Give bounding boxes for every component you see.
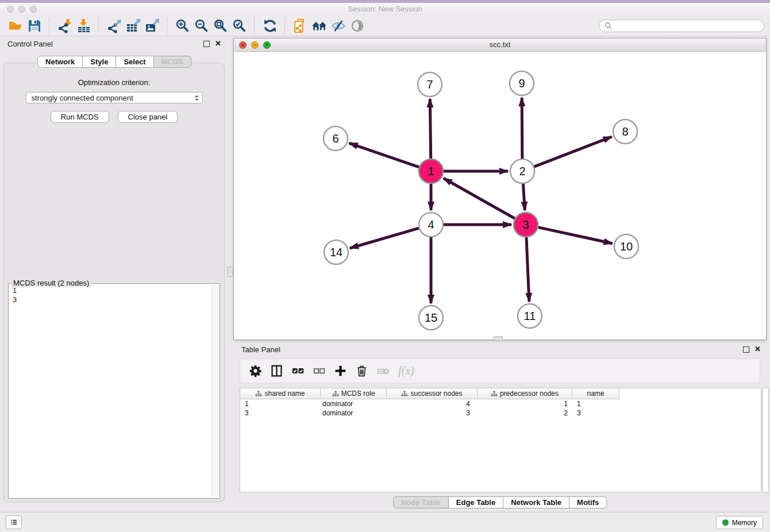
graph-node-3[interactable]: 3 xyxy=(514,213,538,237)
float-panel-icon[interactable] xyxy=(743,346,749,353)
table-row[interactable]: 1dominator411 xyxy=(240,399,761,408)
tab-motifs[interactable]: Motifs xyxy=(569,496,607,508)
table-cell[interactable]: 4 xyxy=(387,400,478,408)
table-cell[interactable]: 3 xyxy=(572,409,619,417)
table-cell[interactable]: 1 xyxy=(240,400,321,408)
graph-edge-3-11[interactable] xyxy=(526,237,529,302)
add-row-icon[interactable] xyxy=(330,361,351,381)
graph-edge-3-1[interactable] xyxy=(444,178,515,218)
table-cell[interactable]: 1 xyxy=(572,400,619,408)
graph-edge-2-9[interactable] xyxy=(522,98,522,159)
save-icon[interactable] xyxy=(25,17,44,35)
search-box[interactable] xyxy=(599,20,764,32)
import-network-icon[interactable] xyxy=(55,17,74,35)
table-cell[interactable]: 2 xyxy=(478,409,572,417)
svg-text:11: 11 xyxy=(524,310,536,322)
column-header-label: predecessor nodes xyxy=(500,390,559,398)
open-folder-icon[interactable] xyxy=(6,17,25,35)
export-table-icon[interactable] xyxy=(124,17,143,35)
refresh-icon[interactable] xyxy=(260,17,279,35)
optimization-select[interactable]: strongly connected component xyxy=(26,92,203,103)
settings-gear-icon[interactable] xyxy=(245,361,266,381)
graph-node-15[interactable]: 15 xyxy=(419,306,443,330)
memory-button[interactable]: Memory xyxy=(716,516,763,529)
show-all-icon[interactable] xyxy=(348,17,367,35)
table-scrollbar[interactable] xyxy=(763,388,769,492)
close-panel-button[interactable]: Close panel xyxy=(118,111,178,123)
window-controls xyxy=(7,6,37,13)
graph-edge-4-14[interactable] xyxy=(350,228,419,248)
hide-selected-icon[interactable] xyxy=(329,17,348,35)
column-header-label: MCDS role xyxy=(341,390,375,398)
graph-edge-1-7[interactable] xyxy=(430,99,430,159)
delete-row-icon[interactable] xyxy=(351,361,372,381)
tab-network[interactable]: Network xyxy=(37,56,83,68)
zoom-selected-icon[interactable] xyxy=(230,17,249,35)
ui-settings-button[interactable] xyxy=(6,515,22,529)
graph-node-11[interactable]: 11 xyxy=(518,304,542,328)
first-neighbors-icon[interactable] xyxy=(310,17,329,35)
graph-edge-3-10[interactable] xyxy=(538,228,612,244)
minimize-window-icon[interactable] xyxy=(18,6,25,13)
export-network-icon[interactable] xyxy=(105,17,124,35)
table-cell[interactable]: dominator xyxy=(321,409,387,417)
result-scrollbar[interactable] xyxy=(211,285,218,497)
table-row[interactable]: 3dominator323 xyxy=(240,408,761,418)
deselect-all-icon[interactable] xyxy=(309,361,330,381)
table-cell[interactable]: 1 xyxy=(478,400,572,408)
graph-edge-2-8[interactable] xyxy=(534,137,612,167)
column-header-name[interactable]: name xyxy=(572,388,619,399)
clone-network-icon[interactable] xyxy=(291,17,310,35)
column-header-successor-nodes[interactable]: successor nodes xyxy=(387,388,478,399)
graph-node-14[interactable]: 14 xyxy=(324,240,348,264)
tab-style[interactable]: Style xyxy=(82,56,116,68)
search-input[interactable] xyxy=(615,21,759,30)
minimize-icon[interactable] xyxy=(251,41,259,49)
zoom-fit-icon[interactable] xyxy=(211,17,230,35)
splitter-handle[interactable] xyxy=(228,267,233,277)
close-panel-icon[interactable] xyxy=(215,40,221,47)
table-cell[interactable]: 3 xyxy=(240,409,321,417)
network-window-controls xyxy=(239,41,271,49)
graph-node-6[interactable]: 6 xyxy=(324,126,348,151)
graph-node-9[interactable]: 9 xyxy=(510,71,534,95)
tab-select[interactable]: Select xyxy=(116,56,153,68)
select-all-icon[interactable] xyxy=(287,361,309,381)
column-header-shared-name[interactable]: shared name xyxy=(240,388,321,399)
column-header-predecessor-nodes[interactable]: predecessor nodes xyxy=(478,388,572,399)
graph-node-1[interactable]: 1 xyxy=(419,159,443,183)
export-image-icon[interactable] xyxy=(143,17,161,35)
close-window-icon[interactable] xyxy=(7,6,14,13)
main-titlebar[interactable]: Session: New Session xyxy=(0,3,770,16)
zoom-window-icon[interactable] xyxy=(30,6,37,13)
graph-edge-1-6[interactable] xyxy=(349,143,419,167)
zoom-out-icon[interactable] xyxy=(192,17,211,35)
graph-node-2[interactable]: 2 xyxy=(510,159,534,183)
svg-text:2: 2 xyxy=(519,165,525,178)
import-table-icon[interactable] xyxy=(74,17,93,35)
network-canvas[interactable]: 7968124314101511 xyxy=(234,51,766,340)
tab-node-table[interactable]: Node Table xyxy=(393,496,449,508)
tree-column-icon xyxy=(255,391,262,397)
float-panel-icon[interactable] xyxy=(203,41,210,47)
tab-mcds[interactable]: MCDS xyxy=(153,56,191,68)
column-header-MCDS-role[interactable]: MCDS role xyxy=(321,388,387,399)
graph-node-8[interactable]: 8 xyxy=(613,119,637,144)
graph-node-10[interactable]: 10 xyxy=(614,234,638,259)
tab-network-table[interactable]: Network Table xyxy=(503,496,569,508)
tab-edge-table[interactable]: Edge Table xyxy=(448,496,503,508)
graph-edge-2-3[interactable] xyxy=(523,184,525,210)
maximize-icon[interactable] xyxy=(263,41,271,49)
graph-node-4[interactable]: 4 xyxy=(419,213,443,237)
zoom-in-icon[interactable] xyxy=(173,17,192,35)
close-panel-icon[interactable] xyxy=(754,346,761,353)
network-titlebar[interactable]: scc.txt xyxy=(234,38,766,52)
table-cell[interactable]: 3 xyxy=(387,409,478,417)
table-cell[interactable]: dominator xyxy=(321,400,387,408)
run-mcds-button[interactable]: Run MCDS xyxy=(51,111,109,123)
close-icon[interactable] xyxy=(239,41,247,49)
mcds-result-box: MCDS result (2 nodes) 13 xyxy=(8,283,220,499)
splitter-handle[interactable] xyxy=(494,336,503,341)
graph-node-7[interactable]: 7 xyxy=(418,72,442,97)
column-layout-icon[interactable] xyxy=(266,361,287,381)
